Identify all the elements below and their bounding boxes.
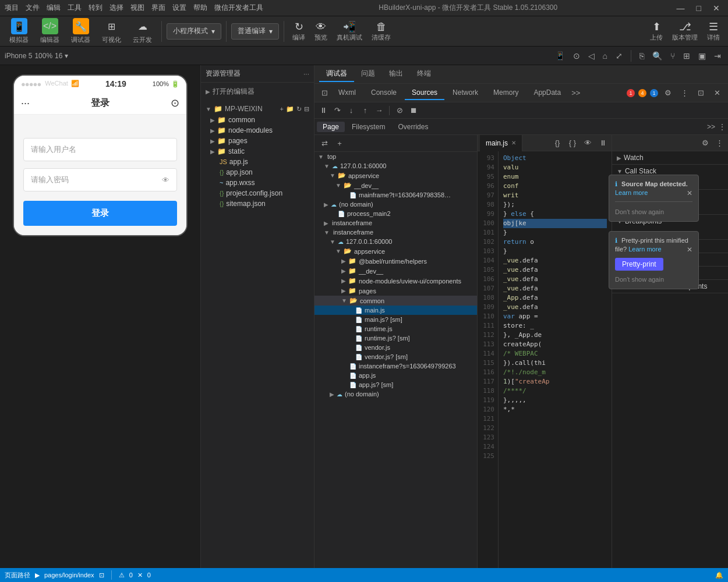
source-process-main2[interactable]: 📄 process_main2 bbox=[314, 209, 477, 218]
file-app-json[interactable]: {} app.json bbox=[201, 167, 314, 178]
menu-view[interactable]: 视图 bbox=[130, 3, 144, 13]
editor-button[interactable]: </> 编辑器 bbox=[36, 16, 64, 47]
status-page-path[interactable]: pages/login/index bbox=[44, 572, 94, 579]
home-icon[interactable]: ⌂ bbox=[600, 50, 610, 62]
source-appservice-1[interactable]: ▼ 📂 appservice bbox=[314, 171, 477, 180]
menu-goto[interactable]: 转到 bbox=[89, 3, 103, 13]
menu-settings[interactable]: 设置 bbox=[172, 3, 186, 13]
source-127-1[interactable]: ▼ ☁ 127.0.0.1:60000 bbox=[314, 161, 477, 171]
tab-close-icon[interactable]: ✕ bbox=[511, 140, 516, 146]
source-babel[interactable]: ▶ 📁 @babel/runtime/helpers bbox=[314, 256, 477, 266]
username-input[interactable]: 请输入用户名 bbox=[23, 138, 177, 161]
code-tab-main-js[interactable]: main.js ✕ bbox=[480, 135, 522, 151]
circle-icon[interactable]: ⊙ bbox=[571, 50, 582, 62]
fullscreen-icon[interactable]: ⤢ bbox=[613, 50, 625, 62]
menu-bar[interactable]: 项目 文件 编辑 工具 转到 选择 视图 界面 设置 帮助 微信开发者工具 bbox=[5, 3, 263, 13]
compiler-dropdown[interactable]: 普通编译 ▾ bbox=[231, 23, 279, 40]
menu-select[interactable]: 选择 bbox=[109, 3, 123, 13]
open-editors-header[interactable]: ▶ 打开的编辑器 bbox=[201, 85, 314, 98]
pause-on-exceptions-icon[interactable]: ⏹ bbox=[407, 104, 420, 117]
source-appservice-2[interactable]: ▼ 📂 appservice bbox=[314, 246, 477, 256]
back-icon[interactable]: ◁ bbox=[586, 50, 597, 62]
tab-output[interactable]: 输出 bbox=[382, 66, 410, 82]
sub-tab-overrides[interactable]: Overrides bbox=[392, 122, 434, 132]
tab-wxml[interactable]: Wxml bbox=[331, 86, 363, 100]
password-input[interactable]: 请输入密码 👁 bbox=[23, 168, 177, 191]
pretty-print-editor-icon[interactable]: { } bbox=[566, 137, 579, 150]
mode-dropdown[interactable]: 小程序模式 ▾ bbox=[167, 23, 221, 40]
step-out-icon[interactable]: ↑ bbox=[359, 104, 372, 117]
more-tabs-icon[interactable]: >> bbox=[569, 87, 582, 98]
source-main-js[interactable]: 📄 main.js bbox=[314, 306, 477, 315]
menu-tool[interactable]: 工具 bbox=[68, 3, 82, 13]
source-127-2[interactable]: ▼ ☁ 127.0.0.1:60000 bbox=[314, 237, 477, 246]
expand-icon[interactable]: ⇥ bbox=[712, 50, 723, 62]
pause-icon[interactable]: ⏸ bbox=[317, 104, 330, 117]
step-over-icon[interactable]: ↷ bbox=[331, 104, 344, 117]
collapse-icon[interactable]: ⊟ bbox=[304, 105, 309, 113]
sync-icon[interactable]: ⇄ bbox=[318, 137, 331, 150]
source-instanceframe-2[interactable]: ▼ instanceframe bbox=[314, 228, 477, 237]
preview-device-button[interactable]: 👁 预览 bbox=[311, 20, 331, 43]
branch-icon[interactable]: ⑂ bbox=[668, 50, 677, 62]
login-button[interactable]: 登录 bbox=[23, 201, 177, 226]
close-devtools-icon[interactable]: ✕ bbox=[711, 87, 723, 100]
search-icon[interactable]: 🔍 bbox=[650, 50, 665, 62]
detail-button[interactable]: ☰ 详情 bbox=[704, 19, 723, 43]
add-folder-icon[interactable]: 📁 bbox=[286, 105, 294, 113]
minimize-button[interactable]: — bbox=[673, 2, 688, 14]
menu-project[interactable]: 项目 bbox=[5, 3, 19, 13]
menu-edit[interactable]: 编辑 bbox=[47, 3, 61, 13]
copy-icon[interactable]: ⎘ bbox=[637, 50, 646, 62]
status-bell-icon[interactable]: 🔔 bbox=[715, 572, 723, 579]
status-page-icon[interactable]: ⊡ bbox=[99, 572, 104, 579]
source-app-js[interactable]: 📄 app.js bbox=[314, 371, 477, 380]
realdevice-button[interactable]: 📲 真机调试 bbox=[333, 19, 366, 43]
step-icon[interactable]: → bbox=[373, 104, 386, 117]
folder-node-modules[interactable]: ▶ 📁 node-modules bbox=[201, 125, 314, 136]
source-app-js-sm[interactable]: 📄 app.js? [sm] bbox=[314, 380, 477, 389]
source-top[interactable]: ▼ top bbox=[314, 152, 477, 161]
rp-icon1[interactable]: ⚙ bbox=[699, 137, 712, 150]
source-instanceframe-1[interactable]: ▶ instanceframe bbox=[314, 218, 477, 228]
rp-icon2[interactable]: ⋮ bbox=[713, 137, 726, 150]
code-area[interactable]: Object valu enum conf writ }); } else { bbox=[499, 151, 612, 568]
file-app-js[interactable]: JS app.js bbox=[201, 157, 314, 167]
add-watch-icon[interactable]: 👁 bbox=[581, 137, 594, 150]
simulator-button[interactable]: 📱 模拟器 bbox=[5, 16, 33, 47]
clearstore-button[interactable]: 🗑 清缓存 bbox=[368, 20, 394, 43]
menu-file[interactable]: 文件 bbox=[26, 3, 40, 13]
menu-weixin[interactable]: 微信开发者工具 bbox=[214, 3, 263, 13]
pause-on-file-icon[interactable]: ⏸ bbox=[596, 137, 609, 150]
source-nodomain-2[interactable]: ▶ ☁ (no domain) bbox=[314, 389, 477, 399]
sub-tab-options-icon[interactable]: ⋮ bbox=[719, 123, 726, 131]
new-snippet-icon[interactable]: + bbox=[333, 137, 346, 150]
tab-network[interactable]: Network bbox=[446, 86, 485, 100]
deactivate-breakpoints-icon[interactable]: ⊘ bbox=[393, 104, 406, 117]
element-picker-icon[interactable]: ⊡ bbox=[319, 87, 330, 98]
file-project-config[interactable]: {} project.config.json bbox=[201, 188, 314, 198]
tab-terminal[interactable]: 终端 bbox=[410, 66, 438, 82]
folder-pages[interactable]: ▶ 📁 pages bbox=[201, 136, 314, 146]
source-node-modules-uview[interactable]: ▶ 📁 node-modules/uview-ui/components bbox=[314, 276, 477, 286]
source-runtime-js[interactable]: 📄 runtime.js bbox=[314, 324, 477, 333]
source-runtime-js-sm[interactable]: 📄 runtime.js? [sm] bbox=[314, 333, 477, 343]
more-sub-tabs-icon[interactable]: >> bbox=[707, 123, 715, 131]
compile-button[interactable]: ↻ 编译 bbox=[289, 19, 309, 43]
file-manager-more-icon[interactable]: ··· bbox=[303, 70, 309, 78]
format-icon[interactable]: {} bbox=[551, 137, 564, 150]
settings-icon[interactable]: ⚙ bbox=[662, 87, 674, 100]
tab-sources[interactable]: Sources bbox=[405, 86, 444, 100]
source-nodomain-1[interactable]: ▶ ☁ (no domain) bbox=[314, 200, 477, 209]
sub-tab-filesystem[interactable]: Filesystem bbox=[346, 122, 391, 132]
source-vendor-js-sm[interactable]: 📄 vendor.js? [sm] bbox=[314, 352, 477, 361]
add-file-icon[interactable]: + bbox=[280, 105, 284, 113]
source-common-folder[interactable]: ▼ 📂 common bbox=[314, 296, 477, 306]
refresh-icon[interactable]: ↻ bbox=[296, 105, 302, 113]
grid-icon[interactable]: ⊞ bbox=[681, 50, 692, 62]
debugger-button[interactable]: 🔧 调试器 bbox=[66, 16, 95, 47]
close-button[interactable]: ✕ bbox=[709, 2, 723, 14]
more-options-icon[interactable]: ⋮ bbox=[678, 87, 691, 100]
source-dev-1[interactable]: ▼ 📂 __dev__ bbox=[314, 180, 477, 190]
menu-interface[interactable]: 界面 bbox=[151, 3, 165, 13]
